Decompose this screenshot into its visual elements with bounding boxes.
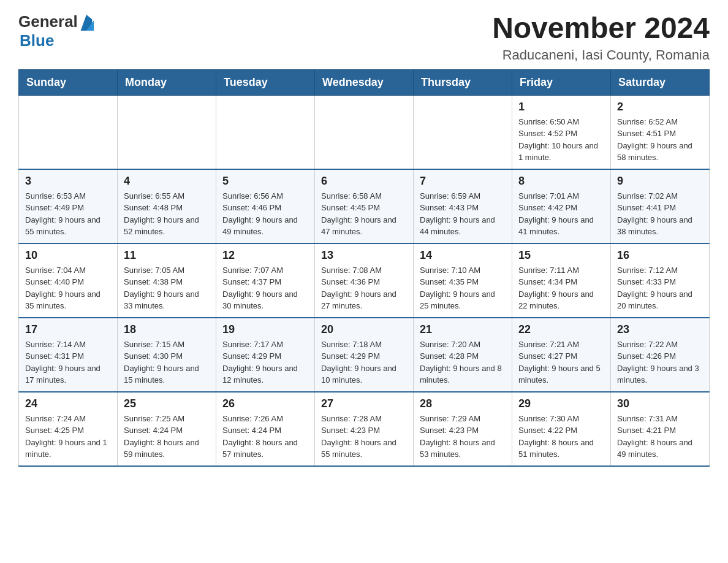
day-info: Sunrise: 7:02 AM Sunset: 4:41 PM Dayligh… [617,190,703,238]
calendar-header-saturday: Saturday [611,69,710,95]
calendar-cell: 20Sunrise: 7:18 AM Sunset: 4:29 PM Dayli… [315,318,414,392]
day-number: 9 [617,175,703,188]
logo-triangle-icon [78,14,95,31]
day-number: 6 [321,175,407,188]
calendar-cell: 11Sunrise: 7:05 AM Sunset: 4:38 PM Dayli… [118,243,216,318]
calendar-table: SundayMondayTuesdayWednesdayThursdayFrid… [18,69,710,467]
day-number: 10 [25,249,111,262]
calendar-cell: 29Sunrise: 7:30 AM Sunset: 4:22 PM Dayli… [512,392,611,466]
day-info: Sunrise: 7:31 AM Sunset: 4:21 PM Dayligh… [617,413,703,461]
calendar-week-row: 10Sunrise: 7:04 AM Sunset: 4:40 PM Dayli… [19,243,710,318]
day-number: 25 [124,397,210,410]
day-info: Sunrise: 7:22 AM Sunset: 4:26 PM Dayligh… [617,339,703,386]
logo-general-text: General [18,12,78,31]
day-info: Sunrise: 7:28 AM Sunset: 4:23 PM Dayligh… [321,413,407,461]
calendar-cell: 7Sunrise: 6:59 AM Sunset: 4:43 PM Daylig… [414,169,512,243]
day-info: Sunrise: 7:15 AM Sunset: 4:30 PM Dayligh… [124,339,210,386]
calendar-week-row: 3Sunrise: 6:53 AM Sunset: 4:49 PM Daylig… [19,169,710,243]
day-number: 15 [518,249,604,262]
day-info: Sunrise: 7:10 AM Sunset: 4:35 PM Dayligh… [420,264,506,312]
day-info: Sunrise: 7:08 AM Sunset: 4:36 PM Dayligh… [321,264,407,312]
calendar-header-sunday: Sunday [19,69,118,95]
day-info: Sunrise: 7:18 AM Sunset: 4:29 PM Dayligh… [321,339,407,386]
day-info: Sunrise: 6:58 AM Sunset: 4:45 PM Dayligh… [321,190,407,238]
calendar-cell: 18Sunrise: 7:15 AM Sunset: 4:30 PM Dayli… [118,318,216,392]
day-number: 29 [518,397,604,410]
calendar-cell: 4Sunrise: 6:55 AM Sunset: 4:48 PM Daylig… [118,169,216,243]
calendar-cell: 9Sunrise: 7:02 AM Sunset: 4:41 PM Daylig… [611,169,710,243]
day-info: Sunrise: 7:07 AM Sunset: 4:37 PM Dayligh… [222,264,308,312]
calendar-cell [118,95,216,169]
day-info: Sunrise: 6:55 AM Sunset: 4:48 PM Dayligh… [124,190,210,238]
logo-blue-text: Blue [20,31,54,50]
calendar-cell: 26Sunrise: 7:26 AM Sunset: 4:24 PM Dayli… [216,392,315,466]
calendar-cell: 10Sunrise: 7:04 AM Sunset: 4:40 PM Dayli… [19,243,118,318]
logo: General Blue [18,12,95,50]
page-header: General Blue November 2024 Raducaneni, I… [18,12,710,63]
calendar-week-row: 24Sunrise: 7:24 AM Sunset: 4:25 PM Dayli… [19,392,710,466]
day-number: 2 [617,101,703,113]
day-info: Sunrise: 7:01 AM Sunset: 4:42 PM Dayligh… [518,190,604,238]
title-area: November 2024 Raducaneni, Iasi County, R… [492,12,710,63]
day-number: 1 [518,101,604,113]
calendar-header-tuesday: Tuesday [216,69,315,95]
day-info: Sunrise: 7:14 AM Sunset: 4:31 PM Dayligh… [25,339,111,386]
calendar-cell: 3Sunrise: 6:53 AM Sunset: 4:49 PM Daylig… [19,169,118,243]
calendar-cell: 17Sunrise: 7:14 AM Sunset: 4:31 PM Dayli… [19,318,118,392]
calendar-cell: 21Sunrise: 7:20 AM Sunset: 4:28 PM Dayli… [414,318,512,392]
calendar-cell: 13Sunrise: 7:08 AM Sunset: 4:36 PM Dayli… [315,243,414,318]
calendar-header-friday: Friday [512,69,611,95]
calendar-cell: 12Sunrise: 7:07 AM Sunset: 4:37 PM Dayli… [216,243,315,318]
day-info: Sunrise: 6:59 AM Sunset: 4:43 PM Dayligh… [420,190,506,238]
day-number: 13 [321,249,407,262]
day-number: 11 [124,249,210,262]
calendar-week-row: 1Sunrise: 6:50 AM Sunset: 4:52 PM Daylig… [19,95,710,169]
day-number: 22 [518,323,604,336]
calendar-cell [19,95,118,169]
day-info: Sunrise: 7:12 AM Sunset: 4:33 PM Dayligh… [617,264,703,312]
calendar-header-thursday: Thursday [414,69,512,95]
day-info: Sunrise: 6:56 AM Sunset: 4:46 PM Dayligh… [222,190,308,238]
day-info: Sunrise: 7:11 AM Sunset: 4:34 PM Dayligh… [518,264,604,312]
calendar-week-row: 17Sunrise: 7:14 AM Sunset: 4:31 PM Dayli… [19,318,710,392]
calendar-cell: 30Sunrise: 7:31 AM Sunset: 4:21 PM Dayli… [611,392,710,466]
day-number: 7 [420,175,506,188]
day-number: 5 [222,175,308,188]
day-info: Sunrise: 7:20 AM Sunset: 4:28 PM Dayligh… [420,339,506,386]
day-number: 17 [25,323,111,336]
calendar-cell: 16Sunrise: 7:12 AM Sunset: 4:33 PM Dayli… [611,243,710,318]
calendar-cell: 2Sunrise: 6:52 AM Sunset: 4:51 PM Daylig… [611,95,710,169]
day-number: 18 [124,323,210,336]
calendar-cell: 5Sunrise: 6:56 AM Sunset: 4:46 PM Daylig… [216,169,315,243]
calendar-cell: 19Sunrise: 7:17 AM Sunset: 4:29 PM Dayli… [216,318,315,392]
calendar-header-wednesday: Wednesday [315,69,414,95]
calendar-cell: 24Sunrise: 7:24 AM Sunset: 4:25 PM Dayli… [19,392,118,466]
day-number: 8 [518,175,604,188]
day-number: 3 [25,175,111,188]
day-info: Sunrise: 7:24 AM Sunset: 4:25 PM Dayligh… [25,413,111,461]
day-info: Sunrise: 7:17 AM Sunset: 4:29 PM Dayligh… [222,339,308,386]
day-info: Sunrise: 6:53 AM Sunset: 4:49 PM Dayligh… [25,190,111,238]
day-info: Sunrise: 7:05 AM Sunset: 4:38 PM Dayligh… [124,264,210,312]
day-info: Sunrise: 7:26 AM Sunset: 4:24 PM Dayligh… [222,413,308,461]
day-number: 30 [617,397,703,410]
calendar-cell [216,95,315,169]
day-number: 28 [420,397,506,410]
calendar-cell: 25Sunrise: 7:25 AM Sunset: 4:24 PM Dayli… [118,392,216,466]
calendar-header-row: SundayMondayTuesdayWednesdayThursdayFrid… [19,69,710,95]
day-info: Sunrise: 7:21 AM Sunset: 4:27 PM Dayligh… [518,339,604,386]
calendar-header-monday: Monday [118,69,216,95]
calendar-cell [414,95,512,169]
calendar-cell [315,95,414,169]
day-info: Sunrise: 7:30 AM Sunset: 4:22 PM Dayligh… [518,413,604,461]
calendar-cell: 28Sunrise: 7:29 AM Sunset: 4:23 PM Dayli… [414,392,512,466]
calendar-cell: 6Sunrise: 6:58 AM Sunset: 4:45 PM Daylig… [315,169,414,243]
day-number: 19 [222,323,308,336]
day-info: Sunrise: 7:29 AM Sunset: 4:23 PM Dayligh… [420,413,506,461]
day-info: Sunrise: 7:25 AM Sunset: 4:24 PM Dayligh… [124,413,210,461]
day-number: 16 [617,249,703,262]
day-number: 14 [420,249,506,262]
day-info: Sunrise: 7:04 AM Sunset: 4:40 PM Dayligh… [25,264,111,312]
calendar-cell: 14Sunrise: 7:10 AM Sunset: 4:35 PM Dayli… [414,243,512,318]
page-subtitle: Raducaneni, Iasi County, Romania [492,47,710,63]
